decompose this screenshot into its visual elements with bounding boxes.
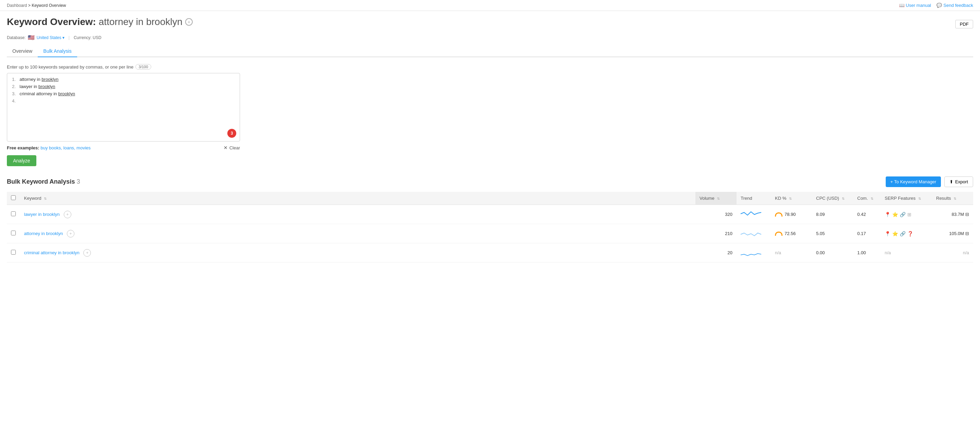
breadcrumb-dashboard[interactable]: Dashboard: [7, 3, 27, 8]
results-cell: 105.0M ⊟: [932, 224, 973, 243]
com-cell: 0.42: [853, 205, 881, 224]
row-checkbox[interactable]: [11, 211, 16, 216]
row-checkbox-cell: [7, 224, 20, 243]
th-serp[interactable]: SERP Features ⇅: [881, 192, 932, 205]
page-title: Keyword Overview: attorney in brooklyn +: [7, 16, 193, 27]
results-detail-icon[interactable]: ⊟: [965, 231, 969, 236]
pdf-button[interactable]: PDF: [955, 20, 973, 29]
th-cpc[interactable]: CPC (USD) ⇅: [812, 192, 853, 205]
sort-icon: ⇅: [44, 196, 47, 200]
serp-cell: 📍 ⭐ 🔗 ❓: [881, 224, 932, 243]
examples-link[interactable]: buy books, loans, movies: [40, 145, 91, 151]
header-actions: + To Keyword Manager ⬆ Export: [886, 176, 973, 187]
list-item-empty: 4.: [12, 98, 235, 103]
add-to-list-icon[interactable]: +: [64, 211, 71, 218]
row-checkbox[interactable]: [11, 250, 16, 255]
to-keyword-manager-button[interactable]: + To Keyword Manager: [886, 176, 941, 187]
trend-sparkline: [741, 209, 761, 219]
row-checkbox[interactable]: [11, 231, 16, 235]
analyze-button[interactable]: Analyze: [7, 155, 37, 166]
export-icon: ⬆: [950, 179, 953, 184]
star-icon: ⭐: [892, 231, 898, 236]
currency-info: Currency: USD: [74, 35, 102, 40]
kd-cell: n/a: [771, 243, 812, 263]
bulk-analysis-header: Bulk Keyword Analysis 3 + To Keyword Man…: [7, 176, 973, 187]
table-header: Keyword ⇅ Volume ⇅ Trend KD % ⇅ CPC (USD…: [7, 192, 973, 205]
tab-bulk-analysis[interactable]: Bulk Analysis: [38, 46, 77, 57]
keyword-cell: attorney in brooklyn +: [20, 224, 695, 243]
com-cell: 1.00: [853, 243, 881, 263]
table-row: attorney in brooklyn + 210 72.56: [7, 224, 973, 243]
page-heading: Keyword Overview: attorney in brooklyn: [7, 16, 183, 27]
list-item: 2. lawyer in brooklyn: [12, 84, 235, 89]
th-trend: Trend: [737, 192, 771, 205]
examples-row: Free examples: buy books, loans, movies …: [7, 145, 240, 151]
bulk-hint: Enter up to 100 keywords separated by co…: [7, 64, 973, 70]
link-icon: 🔗: [900, 231, 905, 236]
location-icon: 📍: [885, 231, 891, 236]
table-row: lawyer in brooklyn + 320 78.90: [7, 205, 973, 224]
com-cell: 0.17: [853, 224, 881, 243]
keyword-cell: criminal attorney in brooklyn +: [20, 243, 695, 263]
th-results[interactable]: Results ⇅: [932, 192, 973, 205]
location-icon: 📍: [885, 212, 891, 217]
tabs: Overview Bulk Analysis: [7, 46, 973, 57]
question-icon: ❓: [907, 231, 913, 236]
breadcrumb: Dashboard > Keyword Overview: [7, 3, 66, 8]
chevron-down-icon: ▾: [62, 35, 64, 40]
user-manual-link[interactable]: 📖 User manual: [899, 3, 931, 8]
keyword-link[interactable]: criminal attorney in brooklyn: [24, 250, 80, 255]
select-all-checkbox[interactable]: [11, 195, 16, 200]
star-icon: ⭐: [892, 212, 898, 217]
serp-cell: 📍 ⭐ 🔗 ⊞: [881, 205, 932, 224]
kd-cell: 78.90: [771, 205, 812, 224]
add-to-list-icon[interactable]: +: [83, 249, 91, 257]
trend-sparkline: [741, 228, 761, 238]
examples-label: Free examples: buy books, loans, movies: [7, 145, 91, 151]
clear-button[interactable]: ✕ Clear: [224, 145, 240, 151]
volume-cell: 20: [695, 243, 737, 263]
send-feedback-link[interactable]: 💬 Send feedback: [937, 3, 973, 8]
keyword-count-circle: 3: [228, 129, 236, 138]
keyword-link[interactable]: lawyer in brooklyn: [24, 212, 60, 217]
th-volume[interactable]: Volume ⇅: [695, 192, 737, 205]
export-button[interactable]: ⬆ Export: [944, 176, 973, 187]
us-flag: 🇺🇸: [28, 34, 35, 41]
sort-icon: ⇅: [842, 196, 845, 200]
add-keyword-icon[interactable]: +: [185, 18, 193, 26]
th-keyword[interactable]: Keyword ⇅: [20, 192, 695, 205]
top-bar: Dashboard > Keyword Overview 📖 User manu…: [0, 0, 980, 11]
volume-cell: 320: [695, 205, 737, 224]
keyword-count-badge: 3/100: [135, 64, 151, 70]
keyword-textarea[interactable]: 1. attorney in brooklyn 2. lawyer in bro…: [7, 73, 240, 141]
row-checkbox-cell: [7, 205, 20, 224]
sort-icon: ⇅: [954, 196, 956, 200]
keyword-link[interactable]: attorney in brooklyn: [24, 231, 63, 236]
results-detail-icon[interactable]: ⊟: [965, 212, 969, 217]
close-icon: ✕: [224, 145, 228, 151]
table-row: criminal attorney in brooklyn + 20 n/a 0…: [7, 243, 973, 263]
results-cell: 83.7M ⊟: [932, 205, 973, 224]
list-item: 1. attorney in brooklyn: [12, 77, 235, 82]
th-com[interactable]: Com. ⇅: [853, 192, 881, 205]
keyword-list: 1. attorney in brooklyn 2. lawyer in bro…: [12, 77, 235, 103]
country-selector[interactable]: United States ▾: [37, 35, 64, 40]
trend-cell: [737, 224, 771, 243]
cpc-cell: 8.09: [812, 205, 853, 224]
serp-cell: n/a: [881, 243, 932, 263]
add-to-list-icon[interactable]: +: [67, 230, 75, 238]
trend-sparkline: [741, 247, 761, 257]
th-checkbox: [7, 192, 20, 205]
breadcrumb-current: Keyword Overview: [32, 3, 66, 8]
kd-arc: [775, 231, 783, 236]
bulk-input-section: Enter up to 100 keywords separated by co…: [7, 64, 973, 166]
th-kd[interactable]: KD % ⇅: [771, 192, 812, 205]
book-icon: 📖: [899, 3, 905, 8]
cpc-cell: 5.05: [812, 224, 853, 243]
page-title-row: Keyword Overview: attorney in brooklyn +…: [7, 16, 973, 32]
tab-overview[interactable]: Overview: [7, 46, 38, 57]
database-label: Database:: [7, 35, 26, 40]
trend-cell: [737, 205, 771, 224]
sort-icon: ⇅: [717, 196, 720, 200]
trend-cell: [737, 243, 771, 263]
